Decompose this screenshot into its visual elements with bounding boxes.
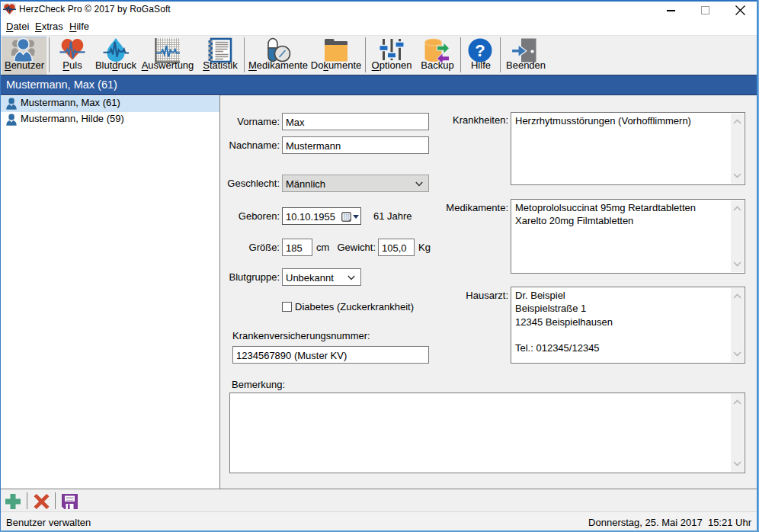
svg-text:?: ? xyxy=(475,41,485,60)
